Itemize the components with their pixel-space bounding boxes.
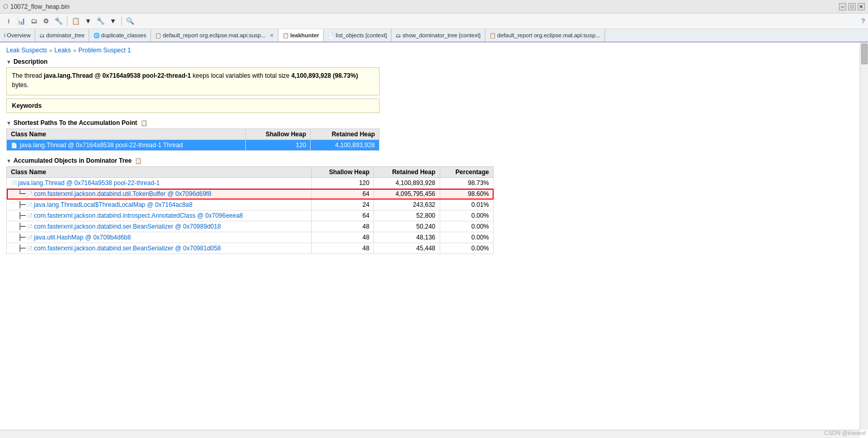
ao-shallow-2: 24 xyxy=(312,200,374,210)
breadcrumb: Leak Suspects » Leaks » Problem Suspect … xyxy=(6,47,862,54)
title-bar: ⬡ 10072_flow_heap.bin ─ □ ✕ xyxy=(0,0,868,13)
horizontal-scrollbar[interactable] xyxy=(0,430,860,438)
tools-button[interactable]: 🔧 xyxy=(53,16,64,27)
accumulated-objects-export-icon[interactable]: 📋 xyxy=(135,158,142,164)
config-button[interactable]: 🔧 xyxy=(95,16,106,27)
ao-icon-1: 📄 xyxy=(26,191,33,197)
tab-default-report-label: default_report org.eclipse.mat.api:susp.… xyxy=(163,32,266,38)
default-report-tab-icon: 📋 xyxy=(155,33,161,38)
tab-leakhunter[interactable]: 📋 leakhunter xyxy=(278,29,324,43)
col-percentage-ao: Percentage xyxy=(440,167,493,178)
ao-pct-0: 98.73% xyxy=(440,178,493,189)
ao-row-4[interactable]: ├─📄com.fasterxml.jackson.databind.ser.Be… xyxy=(7,221,494,232)
ao-retained-3: 52,800 xyxy=(374,210,440,221)
col-retained-heap-ao: Retained Heap xyxy=(374,167,440,178)
ao-row-2[interactable]: ├─📄java.lang.ThreadLocal$ThreadLocalMap … xyxy=(7,200,494,210)
description-section: ▼ Description The thread java.lang.Threa… xyxy=(6,58,862,113)
ao-pct-5: 0.00% xyxy=(440,232,493,243)
tab-default-report-close[interactable]: ✕ xyxy=(270,33,274,38)
col-shallow-heap-ao: Shallow Heap xyxy=(312,167,374,178)
breadcrumb-leaks[interactable]: Leaks xyxy=(54,47,71,54)
accumulated-objects-label: Accumulated Objects in Dominator Tree xyxy=(13,157,132,164)
toolbar-separator-2 xyxy=(121,17,122,26)
description-arrow-icon: ▼ xyxy=(6,59,11,65)
chart-button[interactable]: 📊 xyxy=(16,16,27,27)
ao-shallow-3: 64 xyxy=(312,210,374,221)
show-dominator-tree-tab-icon: 🗂 xyxy=(396,33,401,38)
help-button[interactable]: ? xyxy=(861,17,865,25)
shortest-paths-label: Shortest Paths To the Accumulation Point xyxy=(13,119,137,126)
breadcrumb-sep-1: » xyxy=(49,47,52,53)
info-button[interactable]: i xyxy=(3,16,15,27)
ao-link-5[interactable]: java.util.HashMap @ 0x709b4d6b8 xyxy=(34,234,131,241)
shortest-paths-section: ▼ Shortest Paths To the Accumulation Poi… xyxy=(6,119,862,151)
settings-button[interactable]: ⚙ xyxy=(40,16,52,27)
dominator-tree-tab-icon: 🗂 xyxy=(39,33,45,38)
ao-class-1: └─📄com.fasterxml.jackson.databind.util.T… xyxy=(7,189,312,200)
ao-link-3[interactable]: com.fasterxml.jackson.databind.introspec… xyxy=(34,212,243,219)
ao-link-0[interactable]: java.lang.Thread @ 0x7164a9538 pool-22-t… xyxy=(18,179,160,187)
shortest-paths-header[interactable]: ▼ Shortest Paths To the Accumulation Poi… xyxy=(6,119,862,126)
ao-link-6[interactable]: com.fasterxml.jackson.databind.ser.BeanS… xyxy=(34,245,220,252)
tabs-bar: i Overview 🗂 dominator_tree 🌐 duplicate_… xyxy=(0,29,868,43)
default-report2-tab-icon: 📋 xyxy=(489,33,496,38)
ao-class-0: 📄java.lang.Thread @ 0x7164a9538 pool-22-… xyxy=(7,178,312,189)
ao-retained-6: 45,448 xyxy=(374,243,440,254)
shortest-paths-row[interactable]: 📄 java.lang.Thread @ 0x7164a9538 pool-22… xyxy=(7,140,380,151)
ao-shallow-5: 48 xyxy=(312,232,374,243)
ao-link-2[interactable]: java.lang.ThreadLocal$ThreadLocalMap @ 0… xyxy=(34,201,192,208)
scrollbar-thumb[interactable] xyxy=(861,44,867,64)
tab-default-report2[interactable]: 📋 default_report org.eclipse.mat.api:sus… xyxy=(485,29,605,41)
ao-icon-0: 📄 xyxy=(11,180,17,186)
minimize-button[interactable]: ─ xyxy=(839,3,846,10)
close-button[interactable]: ✕ xyxy=(858,3,865,10)
ao-row-1[interactable]: └─📄com.fasterxml.jackson.databind.util.T… xyxy=(7,189,494,200)
ao-link-1[interactable]: com.fasterxml.jackson.databind.util.Toke… xyxy=(34,190,211,197)
duplicate-classes-tab-icon: 🌐 xyxy=(93,33,100,38)
ao-class-5: ├─📄java.util.HashMap @ 0x709b4d6b8 xyxy=(7,232,312,243)
ao-icon-4: 📄 xyxy=(26,224,33,230)
description-box: The thread java.lang.Thread @ 0x7164a953… xyxy=(6,67,380,95)
maximize-button[interactable]: □ xyxy=(848,3,856,10)
csdn-label: CSDN @inwaod xyxy=(824,430,866,436)
ao-link-4[interactable]: com.fasterxml.jackson.databind.ser.BeanS… xyxy=(34,223,220,230)
ao-shallow-0: 120 xyxy=(312,178,374,189)
ao-retained-5: 48,136 xyxy=(374,232,440,243)
ao-row-3[interactable]: ├─📄com.fasterxml.jackson.databind.intros… xyxy=(7,210,494,221)
tree-button[interactable]: 🗂 xyxy=(28,16,39,27)
ao-row-0[interactable]: 📄java.lang.Thread @ 0x7164a9538 pool-22-… xyxy=(7,178,494,189)
tab-overview[interactable]: i Overview xyxy=(0,29,35,41)
description-text: The thread java.lang.Thread @ 0x7164a953… xyxy=(12,71,374,90)
ao-class-3: ├─📄com.fasterxml.jackson.databind.intros… xyxy=(7,210,312,221)
breadcrumb-problem-suspect[interactable]: Problem Suspect 1 xyxy=(78,47,131,54)
tab-overview-label: Overview xyxy=(7,32,31,38)
config-dropdown[interactable]: ▼ xyxy=(107,16,119,27)
tab-dominator-tree-label: dominator_tree xyxy=(46,32,85,38)
shortest-paths-export-icon[interactable]: 📋 xyxy=(141,120,148,126)
col-class-name-ao: Class Name xyxy=(7,167,312,178)
tab-dominator-tree[interactable]: 🗂 dominator_tree xyxy=(35,29,89,41)
search-button[interactable]: 🔍 xyxy=(124,16,136,27)
ao-class-2: ├─📄java.lang.ThreadLocal$ThreadLocalMap … xyxy=(7,200,312,210)
tab-default-report[interactable]: 📋 default_report org.eclipse.mat.api:sus… xyxy=(151,29,278,41)
ao-icon-3: 📄 xyxy=(26,213,33,219)
layout-dropdown[interactable]: ▼ xyxy=(82,16,94,27)
ao-retained-0: 4,100,893,928 xyxy=(374,178,440,189)
breadcrumb-leak-suspects[interactable]: Leak Suspects xyxy=(6,47,47,54)
desc-bold2: 4,100,893,928 (98.73%) xyxy=(291,72,358,79)
ao-class-6: ├─📄com.fasterxml.jackson.databind.ser.Be… xyxy=(7,243,312,254)
tab-leakhunter-label: leakhunter xyxy=(290,32,319,38)
ao-row-6[interactable]: ├─📄com.fasterxml.jackson.databind.ser.Be… xyxy=(7,243,494,254)
tab-duplicate-classes[interactable]: 🌐 duplicate_classes xyxy=(89,29,151,41)
sp-class-text: java.lang.Thread @ 0x7164a9538 pool-22-t… xyxy=(20,142,183,149)
ao-pct-2: 0.01% xyxy=(440,200,493,210)
tab-show-dominator-tree[interactable]: 🗂 show_dominator_tree [context] xyxy=(391,29,485,41)
layout-button[interactable]: 📋 xyxy=(70,16,81,27)
ao-row-5[interactable]: ├─📄java.util.HashMap @ 0x709b4d6b84848,1… xyxy=(7,232,494,243)
keywords-label: Keywords xyxy=(12,102,41,109)
tab-list-objects[interactable]: 📄 list_objects [context] xyxy=(324,29,391,41)
description-header[interactable]: ▼ Description xyxy=(6,58,862,65)
accumulated-objects-header[interactable]: ▼ Accumulated Objects in Dominator Tree … xyxy=(6,157,862,164)
accumulated-objects-table: Class Name Shallow Heap Retained Heap Pe… xyxy=(6,166,494,254)
sp-retained-heap: 4,100,893,928 xyxy=(311,140,380,151)
